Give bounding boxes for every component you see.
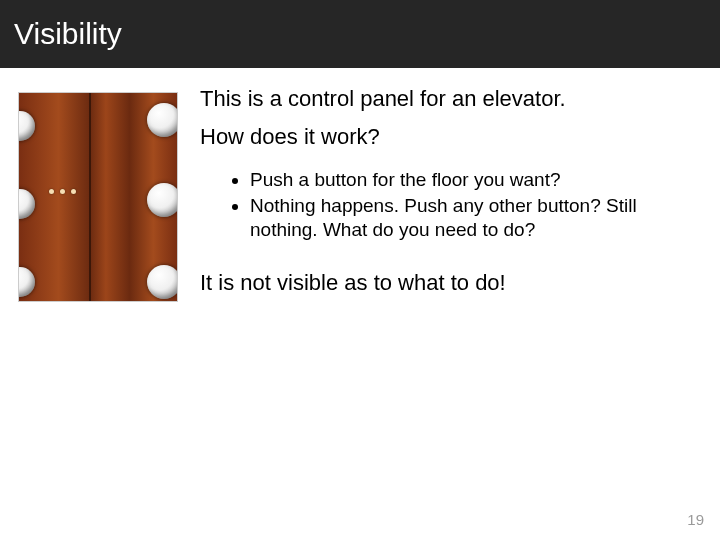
bullet-list: Push a button for the floor you want? No…	[200, 168, 702, 241]
content-area: This is a control panel for an elevator.…	[0, 68, 720, 302]
slide: Visibility This is a control pane	[0, 0, 720, 540]
elevator-panel-image	[18, 92, 178, 302]
text-column: This is a control panel for an elevator.…	[180, 86, 702, 302]
braille-dots-icon	[49, 189, 76, 194]
title-bar: Visibility	[0, 0, 720, 68]
intro-text: This is a control panel for an elevator.	[200, 86, 702, 112]
panel-seam	[89, 93, 91, 301]
closing-text: It is not visible as to what to do!	[200, 270, 702, 296]
bullet-item: Nothing happens. Push any other button? …	[250, 194, 702, 242]
bullet-item: Push a button for the floor you want?	[250, 168, 702, 192]
elevator-button-icon	[147, 183, 178, 217]
image-column	[18, 86, 180, 302]
elevator-button-icon	[147, 103, 178, 137]
elevator-button-icon	[147, 265, 178, 299]
page-number: 19	[687, 511, 704, 528]
slide-title: Visibility	[14, 17, 122, 51]
question-text: How does it work?	[200, 124, 702, 150]
